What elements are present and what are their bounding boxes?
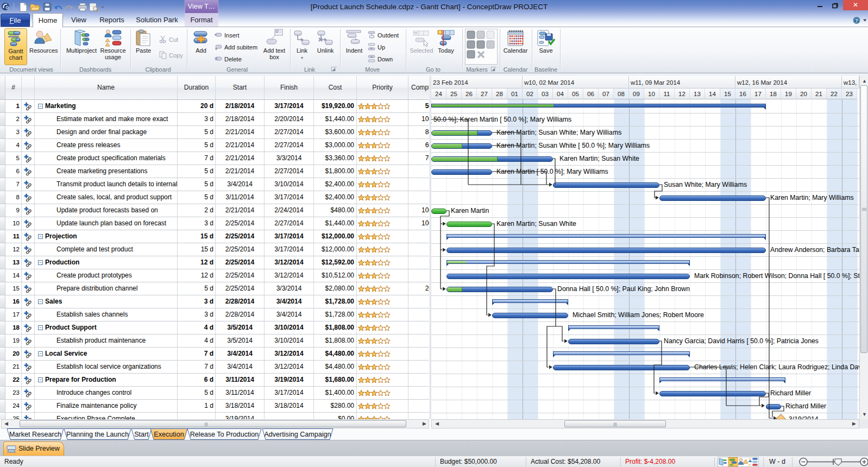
svg-text:?: ? bbox=[855, 17, 858, 23]
svg-text:Start: Start bbox=[134, 431, 149, 438]
svg-text:Advertising Campaign: Advertising Campaign bbox=[264, 431, 331, 438]
svg-text:Planning the Launch: Planning the Launch bbox=[66, 431, 129, 438]
svg-text:Release To Production: Release To Production bbox=[190, 431, 259, 438]
svg-text:Execution: Execution bbox=[154, 431, 184, 438]
svg-text:Market Research: Market Research bbox=[9, 431, 61, 438]
